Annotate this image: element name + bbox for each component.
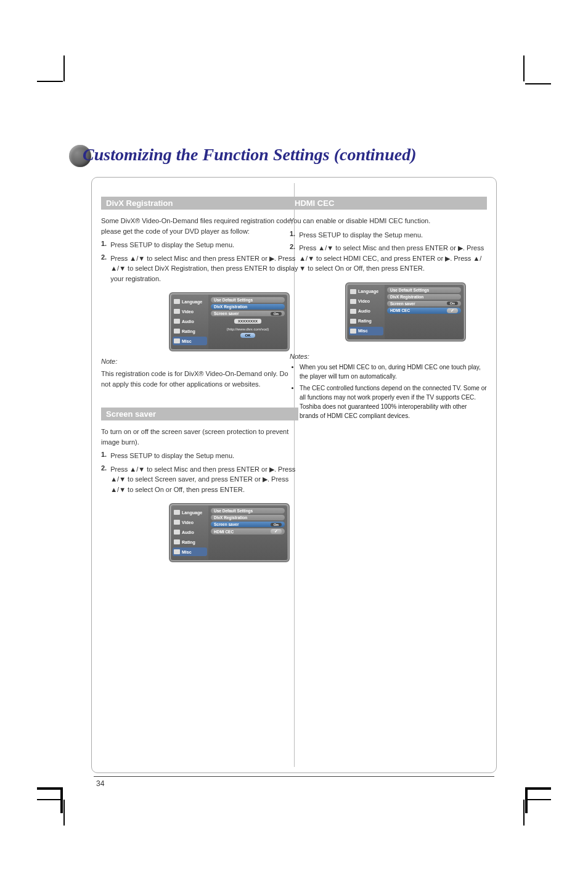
step-number: 2. bbox=[290, 243, 295, 274]
hdmi-intro: You can enable or disable HDMI CEC funct… bbox=[290, 216, 487, 226]
step-number: 1. bbox=[101, 240, 107, 250]
osd-row-divx-registration: DivX Registration bbox=[387, 294, 461, 300]
osd-ok-button: OK bbox=[240, 333, 255, 338]
osd-row-defaults: Use Default Settings bbox=[211, 297, 285, 303]
hdmi-step-1: 1. Press SETUP to display the Setup menu… bbox=[290, 230, 487, 240]
divx-intro: Some DivX® Video-On-Demand files require… bbox=[101, 216, 298, 236]
osd-tab-label: Misc bbox=[182, 339, 192, 343]
osd-divx-panel: XXXXXXXX (http://www.divx.com/vod) OK bbox=[211, 318, 285, 338]
osd-row-label: HDMI CEC bbox=[214, 530, 234, 534]
osd-row-defaults: Use Default Settings bbox=[387, 287, 461, 293]
osd-tab-label: Rating bbox=[182, 540, 195, 544]
osd-screenshot-screensaver: Language Video Audio Rating Misc Use Def… bbox=[169, 503, 290, 562]
print-corner-icon bbox=[37, 787, 63, 813]
step-text: Press SETUP to display the Setup menu. bbox=[110, 451, 234, 461]
osd-tab-label: Language bbox=[358, 289, 378, 293]
osd-content: Use Default Settings DivX Registration S… bbox=[208, 506, 287, 560]
osd-row-hdmi-cec: HDMI CEC ✓ bbox=[387, 308, 461, 314]
osd-tab-label: Misc bbox=[182, 550, 192, 554]
hdmi-notes-list: When you set HDMI CEC to on, during HDMI… bbox=[290, 363, 487, 420]
page-number: 34 bbox=[96, 779, 104, 788]
osd-row-defaults: Use Default Settings bbox=[211, 508, 285, 514]
rating-icon bbox=[350, 319, 356, 324]
globe-icon bbox=[350, 289, 356, 294]
crop-mark bbox=[525, 83, 551, 84]
step-text: Press SETUP to display the Setup menu. bbox=[299, 230, 423, 240]
osd-row-divx-registration: DivX Registration bbox=[211, 515, 285, 520]
osd-tab-label: Video bbox=[182, 520, 194, 525]
section-heading-screensaver: Screen saver bbox=[101, 408, 298, 420]
osd-row-screensaver: Screen saver On bbox=[387, 301, 461, 306]
osd-row-screensaver: Screen saver On bbox=[211, 311, 285, 316]
print-corner-icon bbox=[525, 787, 551, 813]
step-text: Press ▲/▼ to select Misc and then press … bbox=[299, 243, 487, 274]
section-heading-hdmi: HDMI CEC bbox=[290, 197, 487, 210]
osd-row-divx-registration: DivX Registration bbox=[211, 304, 285, 309]
screensaver-intro: To turn on or off the screen saver (scre… bbox=[101, 427, 298, 447]
audio-icon bbox=[174, 530, 180, 535]
divx-note-text: This registration code is for DivX® Vide… bbox=[101, 369, 298, 389]
video-icon bbox=[174, 309, 180, 314]
crop-mark bbox=[37, 81, 63, 82]
osd-tab-video: Video bbox=[173, 307, 207, 316]
crop-mark bbox=[523, 55, 525, 81]
osd-row-label: Screen saver bbox=[214, 522, 239, 527]
footer-rule bbox=[94, 776, 494, 777]
osd-tab-label: Language bbox=[182, 300, 202, 304]
osd-screenshot-divx: Language Video Audio Rating Misc Use Def… bbox=[169, 292, 290, 351]
osd-row-label: Use Default Settings bbox=[390, 288, 429, 292]
page-content: Customizing the Function Settings (conti… bbox=[65, 83, 523, 798]
step-text: Press ▲/▼ to select Misc and then press … bbox=[110, 253, 298, 284]
misc-icon bbox=[350, 329, 356, 334]
osd-divx-url: (http://www.divx.com/vod) bbox=[211, 327, 285, 331]
rating-icon bbox=[174, 539, 180, 544]
osd-row-label: Use Default Settings bbox=[214, 298, 253, 302]
osd-tab-video: Video bbox=[173, 518, 207, 527]
osd-screenshot-hdmi: Language Video Audio Rating Misc Use Def… bbox=[345, 282, 466, 342]
checkmark-icon: ✓ bbox=[271, 529, 282, 534]
osd-tab-label: Audio bbox=[358, 309, 370, 313]
osd-tab-video: Video bbox=[349, 297, 383, 306]
osd-row-label: DivX Registration bbox=[390, 295, 423, 299]
osd-tab-label: Video bbox=[358, 299, 370, 303]
step-number: 2. bbox=[101, 464, 107, 495]
step-number: 1. bbox=[290, 230, 295, 240]
osd-tab-audio: Audio bbox=[349, 307, 383, 316]
globe-icon bbox=[174, 299, 180, 304]
osd-tab-audio: Audio bbox=[173, 317, 207, 326]
osd-sidebar: Language Video Audio Rating Misc bbox=[171, 295, 208, 349]
crop-mark bbox=[63, 55, 65, 81]
osd-tab-label: Audio bbox=[182, 530, 194, 535]
osd-row-label: Screen saver bbox=[390, 301, 415, 306]
osd-row-label: DivX Registration bbox=[214, 515, 247, 520]
osd-content: Use Default Settings DivX Registration S… bbox=[385, 285, 463, 339]
screensaver-step-2: 2. Press ▲/▼ to select Misc and then pre… bbox=[101, 464, 298, 495]
osd-tab-label: Audio bbox=[182, 319, 194, 324]
osd-tab-language: Language bbox=[173, 297, 207, 306]
osd-row-label: Use Default Settings bbox=[214, 509, 253, 513]
divx-note-label: Note: bbox=[101, 358, 298, 365]
osd-tab-label: Misc bbox=[358, 329, 368, 333]
osd-tab-language: Language bbox=[349, 287, 383, 296]
audio-icon bbox=[350, 309, 356, 314]
misc-icon bbox=[174, 338, 180, 343]
osd-sidebar: Language Video Audio Rating Misc bbox=[171, 506, 208, 560]
step-text: Press SETUP to display the Setup menu. bbox=[110, 240, 234, 250]
misc-icon bbox=[174, 549, 180, 554]
osd-row-label: DivX Registration bbox=[214, 305, 247, 309]
osd-row-value: On bbox=[271, 523, 282, 527]
rating-icon bbox=[174, 329, 180, 334]
globe-icon bbox=[174, 510, 180, 515]
checkmark-icon: ✓ bbox=[447, 308, 458, 313]
osd-row-hdmi-cec: HDMI CEC ✓ bbox=[211, 528, 285, 535]
divx-step-2: 2. Press ▲/▼ to select Misc and then pre… bbox=[101, 253, 298, 284]
osd-tab-rating: Rating bbox=[349, 317, 383, 326]
osd-content: Use Default Settings DivX Registration S… bbox=[208, 295, 287, 349]
section-heading-divx: DivX Registration bbox=[101, 197, 298, 210]
osd-row-screensaver: Screen saver On bbox=[211, 522, 285, 527]
video-icon bbox=[350, 299, 356, 304]
osd-registration-code: XXXXXXXX bbox=[234, 319, 261, 324]
video-icon bbox=[174, 520, 180, 525]
hdmi-note-item: When you set HDMI CEC to on, during HDMI… bbox=[300, 363, 487, 381]
step-text: Press ▲/▼ to select Misc and then press … bbox=[110, 464, 298, 495]
